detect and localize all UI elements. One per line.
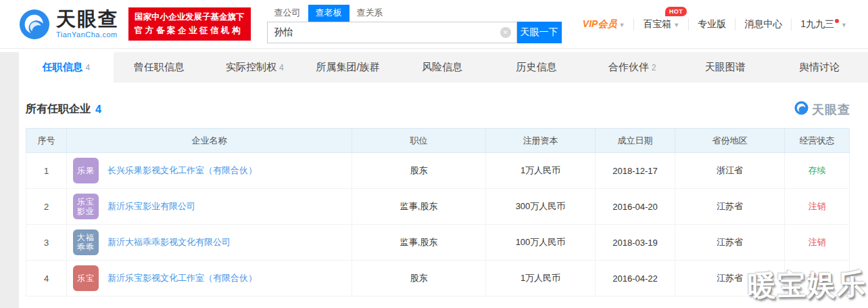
menu-pro-version[interactable]: 专业版 (688, 18, 735, 30)
capital-cell: 1万人民币 (486, 261, 596, 296)
table-header-row: 序号 企业名称 职位 注册资本 成立日期 省份地区 经营状态 (26, 129, 850, 153)
company-link[interactable]: 新沂乐宝影业有限公司 (107, 200, 195, 213)
company-link[interactable]: 长兴乐果影视文化工作室（有限合伙） (107, 164, 257, 177)
company-avatar: 乐果 (73, 158, 99, 183)
status-badge: 注销 (785, 189, 850, 225)
founded-cell: 2016-04-22 (596, 261, 675, 296)
tab-group-clan[interactable]: 所属集团/族群 (302, 52, 397, 83)
profile-nav-tabs: 任职信息4 曾任职信息 实际控制权4 所属集团/族群 风险信息 历史信息 合作伙… (19, 52, 868, 83)
notification-dot (835, 19, 839, 23)
gov-badge-line1: 国家中小企业发展子基金旗下 (135, 11, 245, 24)
content-panel: 任职信息4 曾任职信息 实际控制权4 所属集团/族群 风险信息 历史信息 合作伙… (19, 52, 868, 308)
table-row: 4 乐宝 新沂乐宝影视文化工作室（有限合伙） 股东 1万人民币 2016-04-… (26, 261, 850, 296)
status-badge: 注销 (785, 261, 850, 296)
col-header-index: 序号 (26, 129, 67, 153)
brand-watermark: 天眼查 (794, 101, 850, 118)
gov-certification-badge: 国家中小企业发展子基金旗下 官方备案企业征信机构 (128, 7, 251, 41)
capital-cell: 300万人民币 (486, 189, 596, 225)
menu-message-center[interactable]: 消息中心 (735, 18, 791, 30)
page-title: 所有任职企业 (26, 102, 91, 116)
chevron-down-icon: ▼ (619, 22, 625, 28)
hot-badge: HOT (665, 7, 688, 16)
menu-user-account[interactable]: 1九九三▼ (791, 18, 856, 30)
position-cell: 股东 (352, 261, 486, 296)
tianyancha-logo[interactable]: 天眼查 TianYanCha.com (19, 9, 119, 40)
tianyancha-logo-icon (19, 9, 50, 40)
company-count: 4 (95, 104, 101, 116)
position-cell: 监事,股东 (352, 225, 486, 261)
col-header-status: 经营状态 (785, 129, 850, 153)
company-avatar: 大福乖乖 (73, 229, 99, 255)
table-row: 3 大福乖乖 新沂大福乖乖影视文化有限公司 监事,股东 100万人民币 2018… (26, 225, 850, 261)
position-cell: 监事,股东 (352, 189, 486, 225)
row-index: 3 (26, 225, 67, 261)
company-avatar: 乐宝影业 (73, 194, 99, 219)
brand-watermark-text: 天眼查 (812, 102, 850, 118)
capital-cell: 1万人民币 (486, 153, 596, 189)
company-avatar: 乐宝 (73, 265, 99, 291)
search-tab-company[interactable]: 查公司 (267, 5, 308, 22)
search-button[interactable]: 天眼一下 (517, 22, 562, 43)
province-cell: 江苏省 (675, 225, 785, 261)
col-header-capital: 注册资本 (486, 129, 596, 153)
status-badge: 存续 (785, 153, 850, 189)
tab-risk-info[interactable]: 风险信息 (396, 52, 491, 83)
menu-vip[interactable]: VIP会员▼ (574, 18, 634, 30)
table-row: 2 乐宝影业 新沂乐宝影业有限公司 监事,股东 300万人民币 2016-04-… (26, 189, 850, 225)
founded-cell: 2018-12-17 (596, 153, 675, 189)
row-index: 2 (26, 189, 67, 225)
menu-treasure-box[interactable]: HOT 百宝箱▼ (633, 18, 688, 30)
col-header-province: 省份地区 (675, 129, 785, 153)
province-cell: 江苏省 (675, 261, 785, 296)
tab-actual-control[interactable]: 实际控制权4 (208, 52, 302, 83)
tab-graph[interactable]: 天眼图谱 (679, 52, 774, 83)
founded-cell: 2016-04-20 (596, 189, 675, 225)
gov-badge-line2: 官方备案企业征信机构 (135, 24, 245, 37)
tab-history-info[interactable]: 历史信息 (491, 52, 585, 83)
logo-title: 天眼查 (56, 9, 119, 29)
row-index: 4 (26, 261, 67, 296)
company-link[interactable]: 新沂乐宝影视文化工作室（有限合伙） (107, 272, 257, 284)
chevron-down-icon: ▼ (673, 22, 679, 28)
founded-cell: 2018-03-19 (596, 225, 675, 261)
col-header-position: 职位 (352, 129, 486, 153)
col-header-company: 企业名称 (67, 129, 352, 153)
province-cell: 江苏省 (675, 189, 785, 225)
province-cell: 浙江省 (675, 153, 785, 189)
logo-subtitle: TianYanCha.com (56, 31, 119, 39)
row-index: 1 (26, 153, 67, 189)
search-input[interactable] (267, 22, 517, 43)
search-block: 查公司 查老板 查关系 ✕ 天眼一下 (267, 5, 562, 43)
chevron-down-icon: ▼ (841, 22, 847, 28)
tab-partners[interactable]: 合作伙伴2 (585, 52, 679, 83)
positions-table: 序号 企业名称 职位 注册资本 成立日期 省份地区 经营状态 1 乐果 (26, 128, 850, 296)
search-tab-boss[interactable]: 查老板 (308, 5, 349, 22)
section-header: 所有任职企业 4 天眼查 (19, 83, 868, 128)
top-menu: VIP会员▼ HOT 百宝箱▼ 专业版 消息中心 1九九三▼ (574, 18, 856, 30)
table-row: 1 乐果 长兴乐果影视文化工作室（有限合伙） 股东 1万人民币 2018-12-… (26, 153, 850, 189)
company-link[interactable]: 新沂大福乖乖影视文化有限公司 (107, 236, 231, 248)
top-header: 天眼查 TianYanCha.com 国家中小企业发展子基金旗下 官方备案企业征… (0, 0, 868, 49)
position-cell: 股东 (352, 153, 486, 189)
page-body: 任职信息4 曾任职信息 实际控制权4 所属集团/族群 风险信息 历史信息 合作伙… (0, 52, 868, 308)
tianyancha-logo-icon (794, 101, 809, 118)
status-badge: 注销 (785, 225, 850, 261)
clear-icon[interactable]: ✕ (500, 27, 511, 38)
tab-position-info[interactable]: 任职信息4 (19, 52, 114, 83)
capital-cell: 100万人民币 (486, 225, 596, 261)
search-tab-relation[interactable]: 查关系 (349, 5, 391, 22)
search-tabs: 查公司 查老板 查关系 (267, 5, 562, 22)
tab-public-opinion[interactable]: 舆情讨论 (774, 52, 868, 83)
tab-former-positions[interactable]: 曾任职信息 (114, 52, 208, 83)
col-header-founded: 成立日期 (596, 129, 675, 153)
